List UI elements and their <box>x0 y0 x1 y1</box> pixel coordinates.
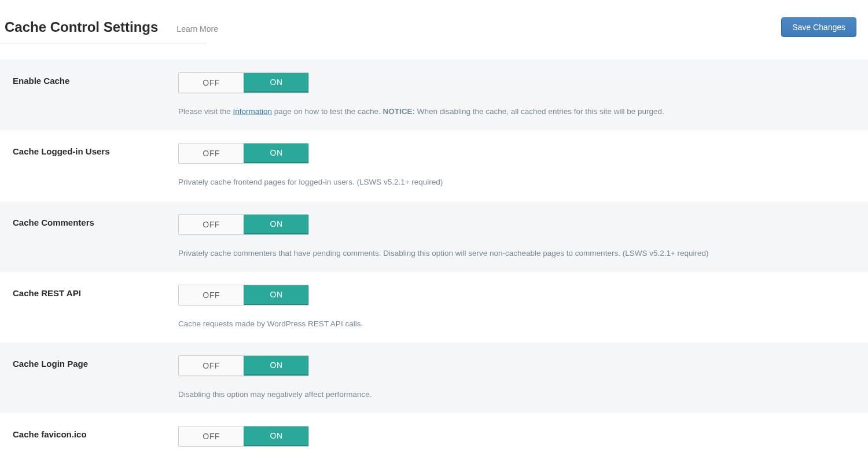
information-link[interactable]: Information <box>233 107 273 116</box>
toggle-on[interactable]: ON <box>244 356 308 376</box>
toggle-off[interactable]: OFF <box>179 143 244 163</box>
setting-description: Cache requests made by WordPress REST AP… <box>178 318 868 330</box>
toggle-on[interactable]: ON <box>244 285 308 305</box>
learn-more-link[interactable]: Learn More <box>176 24 218 34</box>
setting-cache-commenters: Cache Commenters OFF ON Privately cache … <box>0 201 868 272</box>
setting-description: Privately cache frontend pages for logge… <box>178 176 868 188</box>
toggle-cache-logged-in[interactable]: OFF ON <box>178 143 309 164</box>
setting-content: OFF ON Please visit the Information page… <box>178 72 868 117</box>
setting-label: Enable Cache <box>13 72 178 117</box>
setting-cache-logged-in: Cache Logged-in Users OFF ON Privately c… <box>0 130 868 201</box>
title-underline <box>0 43 206 43</box>
toggle-off[interactable]: OFF <box>179 215 244 234</box>
setting-description: Privately cache commenters that have pen… <box>178 248 868 259</box>
setting-content: OFF ON Disabling this option may negativ… <box>178 355 868 400</box>
desc-text: page on how to test the cache. <box>272 107 382 116</box>
toggle-off[interactable]: OFF <box>179 356 244 376</box>
setting-label: Cache Commenters <box>13 214 178 259</box>
setting-description: Disabling this option may negatively aff… <box>178 389 868 400</box>
desc-text: When disabling the cache, all cached ent… <box>415 107 664 116</box>
setting-enable-cache: Enable Cache OFF ON Please visit the Inf… <box>0 60 868 130</box>
toggle-cache-rest-api[interactable]: OFF ON <box>178 285 309 306</box>
toggle-on[interactable]: ON <box>244 143 308 163</box>
desc-notice: NOTICE: <box>382 107 415 116</box>
setting-content: OFF ON favicon.ico is requested on most … <box>178 426 868 449</box>
toggle-on[interactable]: ON <box>244 73 308 93</box>
setting-cache-favicon: Cache favicon.ico OFF ON favicon.ico is … <box>0 413 868 449</box>
setting-description: Please visit the Information page on how… <box>178 106 868 117</box>
toggle-enable-cache[interactable]: OFF ON <box>178 72 309 93</box>
toggle-on[interactable]: ON <box>244 215 308 234</box>
setting-label: Cache REST API <box>13 285 178 330</box>
toggle-cache-commenters[interactable]: OFF ON <box>178 214 309 235</box>
toggle-off[interactable]: OFF <box>179 285 244 305</box>
desc-text: Please visit the <box>178 107 233 116</box>
toggle-on[interactable]: ON <box>244 426 308 446</box>
setting-label: Cache favicon.ico <box>13 426 178 449</box>
setting-cache-rest-api: Cache REST API OFF ON Cache requests mad… <box>0 272 868 343</box>
toggle-off[interactable]: OFF <box>179 73 244 93</box>
toggle-cache-login-page[interactable]: OFF ON <box>178 355 309 376</box>
setting-cache-login-page: Cache Login Page OFF ON Disabling this o… <box>0 343 868 413</box>
setting-content: OFF ON Privately cache commenters that h… <box>178 214 868 259</box>
toggle-off[interactable]: OFF <box>179 426 244 446</box>
setting-content: OFF ON Cache requests made by WordPress … <box>178 285 868 330</box>
setting-content: OFF ON Privately cache frontend pages fo… <box>178 143 868 188</box>
setting-label: Cache Login Page <box>13 355 178 400</box>
header-left: Cache Control Settings Learn More <box>5 19 218 35</box>
toggle-cache-favicon[interactable]: OFF ON <box>178 426 309 447</box>
page-title: Cache Control Settings <box>5 19 158 35</box>
setting-label: Cache Logged-in Users <box>13 143 178 188</box>
save-changes-button[interactable]: Save Changes <box>781 17 856 37</box>
page-header: Cache Control Settings Learn More Save C… <box>0 0 868 43</box>
